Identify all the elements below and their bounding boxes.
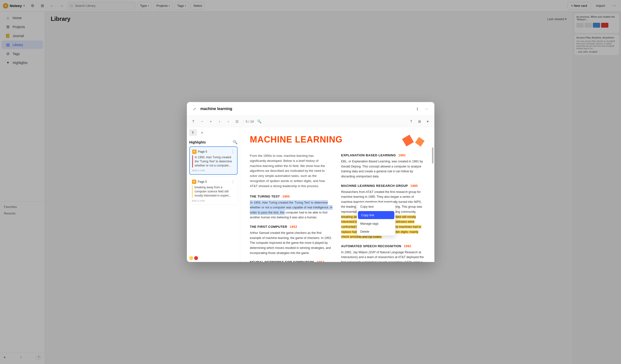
scrollbar-thumb[interactable] [432, 147, 433, 164]
doc-content: MACHINE LEARNING From the 1950s to now, … [240, 127, 434, 262]
highlight-card-1-text: In 1950, Alan Turing created the 'Turing… [192, 155, 235, 167]
doc-section-turing: THE TURING TEST 1950 In 1950, Alan Turin… [250, 195, 333, 220]
asr-text: In 1992, Jay Wilpon (SVP of Natural Lang… [341, 250, 425, 262]
doc-section-asr: AUTOMATED SPEECH RECOGNITION 1992 In 199… [341, 244, 425, 262]
doc-columns: From the 1950s to now, machine learning … [250, 153, 425, 262]
turing-text: In 1950, Alan Turing created the 'Turing… [250, 200, 333, 220]
zoom-in-button[interactable]: + [207, 118, 215, 125]
search-doc-button[interactable]: 🔍 [256, 118, 263, 125]
doc-section-computer: THE FIRST COMPUTER 1952 Arthur Samuel cr… [250, 225, 333, 255]
highlight-card-2-text: breaking away from a computer science fi… [192, 185, 235, 198]
ctx-copy-text[interactable]: Copy text [357, 203, 395, 211]
ebl-text: EBL, or Explanation Based Learning, was … [341, 159, 425, 179]
highlight-card-2-note[interactable]: Add a note [192, 199, 235, 202]
highlight-card-1[interactable]: A Page 5 ⋮ In 1950, Alan Turing created … [189, 146, 238, 175]
highlight-card-1-icon: A [192, 150, 197, 154]
computer-text: Arthur Samuel created the game checkers … [250, 230, 333, 255]
doc-section-neural: NEURAL NETWORKS FOR COMPUTERS 1957 Frank… [250, 260, 333, 262]
expand-button[interactable]: ⤢ [191, 105, 198, 112]
document-modal: ⤢ machine learning ℹ ··· T − + ‹ › ⊡ 5 /… [187, 102, 434, 262]
ctx-copy-link[interactable]: Copy link [358, 211, 394, 219]
prev-page-button[interactable]: ‹ [216, 118, 223, 125]
doc-logo-shape2 [414, 136, 425, 147]
modal-more-button[interactable]: ··· [423, 105, 430, 112]
zoom-out-button[interactable]: − [199, 118, 206, 125]
highlights-section: Highlights 🔍 A Page 5 ⋮ In 1950, Alan T [187, 138, 240, 254]
mlrg-title: MACHINE LEARNING RESEARCH GROUP 1985 [341, 184, 425, 188]
modal-header: ⤢ machine learning ℹ ··· [187, 102, 434, 116]
highlight-card-2-more[interactable]: ⋮ [231, 179, 235, 184]
doc-left-column: From the 1950s to now, machine learning … [250, 153, 333, 262]
color-palette [187, 254, 240, 262]
highlight-card-2-icon: A [192, 180, 196, 184]
color-red[interactable] [194, 256, 198, 260]
ebl-title: EXPLANATION BASED LEARNING 1981 [341, 153, 425, 157]
doc-logo-shape1 [400, 133, 415, 148]
highlight-card-2-page: A Page 5 [192, 180, 207, 184]
doc-body: T ≡ Highlights 🔍 A Page 5 [187, 127, 434, 262]
doc-heading: MACHINE LEARNING [250, 135, 343, 145]
ctx-manage-tags[interactable]: Manage tags [357, 220, 395, 228]
doc-section-ebl: EXPLANATION BASED LEARNING 1981 EBL, or … [341, 153, 425, 179]
search-highlights-button[interactable]: 🔍 [233, 140, 238, 144]
doc-toolbar: T − + ‹ › ⊡ 5 / 19 🔍 T ⊞ ▾ [187, 116, 434, 127]
info-button[interactable]: ℹ [414, 105, 421, 112]
highlight-card-2-header: A Page 5 ⋮ [192, 179, 235, 184]
sidebar-view-toolbar: T ≡ [187, 127, 240, 138]
fit-page-button[interactable]: ⊡ [233, 118, 241, 125]
highlight-card-1-header: A Page 5 ⋮ [192, 149, 235, 154]
doc-heading-row: MACHINE LEARNING [250, 135, 425, 150]
modal-title: machine learning [200, 107, 412, 111]
doc-intro-text: From the 1950s to now, machine learning … [250, 153, 328, 189]
neural-title: NEURAL NETWORKS FOR COMPUTERS 1957 [250, 260, 333, 262]
view-buttons: T ⊞ ▾ [408, 118, 431, 125]
text-view-button[interactable]: T [190, 118, 197, 125]
highlight-card-1-note[interactable]: Add a note [192, 169, 235, 172]
color-yellow[interactable] [189, 256, 193, 260]
modal-overlay[interactable]: ⤢ machine learning ℹ ··· T − + ‹ › ⊡ 5 /… [0, 0, 621, 364]
ctx-delete[interactable]: Delete [357, 228, 395, 236]
computer-title: THE FIRST COMPUTER 1952 [250, 225, 333, 229]
list-view-button[interactable]: ≡ [198, 129, 206, 136]
text-format-button[interactable]: T [408, 118, 415, 125]
asr-title: AUTOMATED SPEECH RECOGNITION 1992 [341, 244, 425, 248]
highlight-card-1-more[interactable]: ⋮ [231, 149, 235, 154]
doc-logo-area [402, 135, 425, 147]
highlight-card-1-page: A Page 5 [192, 150, 207, 154]
selected-text-highlight: In 1950, Alan Turing created the 'Turing… [250, 200, 332, 215]
view-more-button[interactable]: ▾ [424, 118, 431, 125]
thumbnail-view-button[interactable]: T [189, 129, 197, 136]
toolbar-separator-1 [243, 119, 243, 124]
table-button[interactable]: ⊞ [416, 118, 423, 125]
page-info: 5 / 19 🔍 [246, 118, 263, 125]
highlights-header: Highlights 🔍 [189, 140, 238, 144]
highlight-card-2[interactable]: A Page 5 ⋮ breaking away from a computer… [189, 177, 238, 205]
turing-title: THE TURING TEST 1950 [250, 195, 333, 198]
context-menu: Copy text Copy link Manage tags Delete [357, 202, 396, 236]
doc-sidebar: T ≡ Highlights 🔍 A Page 5 [187, 127, 240, 262]
next-page-button[interactable]: › [225, 118, 232, 125]
